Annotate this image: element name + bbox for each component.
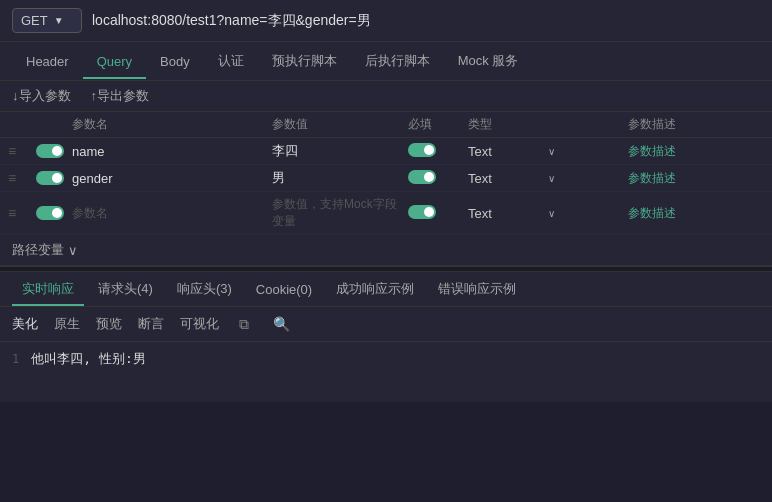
sub-tab-beautify[interactable]: 美化 [12,311,38,337]
resp-tab-cookie-badge: (0) [296,282,312,297]
resp-tab-cookie-label: Cookie [256,282,296,297]
col-drag [8,116,36,133]
col-toggle [36,116,72,133]
param-value-1[interactable]: 李四 [272,142,408,160]
tab-header[interactable]: Header [12,44,83,79]
path-vars-section[interactable]: 路径变量 ∨ [0,235,772,266]
resp-tab-resp-label: 响应头 [177,281,216,296]
params-table-header: 参数名 参数值 必填 类型 参数描述 [0,112,772,138]
response-section: 实时响应 请求头(4) 响应头(3) Cookie(0) 成功响应示例 错误响应… [0,272,772,402]
drag-handle-1[interactable]: ≡ [8,143,36,159]
col-name: 参数名 [72,116,272,133]
tab-pre-script[interactable]: 预执行脚本 [258,42,351,80]
line-number-1: 1 [12,352,19,366]
resp-tab-req-headers[interactable]: 请求头(4) [88,272,163,306]
param-desc-3[interactable]: 参数描述 [628,205,764,222]
col-required: 必填 [408,116,468,133]
response-line-1: 1 他叫李四, 性别:男 [12,350,760,368]
drag-handle-3[interactable]: ≡ [8,205,36,221]
table-row: ≡ name 李四 Text ∨ 参数描述 [0,138,772,165]
resp-tab-success[interactable]: 成功响应示例 [326,272,424,306]
param-value-2[interactable]: 男 [272,169,408,187]
col-value: 参数值 [272,116,408,133]
col-type: 类型 [468,116,548,133]
type-chevron-3[interactable]: ∨ [548,208,628,219]
request-tabs: Header Query Body 认证 预执行脚本 后执行脚本 Mock 服务 [0,42,772,81]
required-toggle-3[interactable] [408,205,468,222]
import-params-button[interactable]: ↓导入参数 [12,87,71,105]
sub-tab-visualize[interactable]: 可视化 [180,311,219,337]
param-name-2[interactable]: gender [72,171,272,186]
required-toggle-2[interactable] [408,170,468,187]
table-row: ≡ gender 男 Text ∨ 参数描述 [0,165,772,192]
param-type-label-3: Text [468,206,492,221]
tab-mock[interactable]: Mock 服务 [444,42,533,80]
response-body: 1 他叫李四, 性别:男 [0,342,772,402]
toggle-name[interactable] [36,144,64,158]
col-desc: 参数描述 [628,116,764,133]
method-chevron: ▼ [54,15,64,26]
export-params-button[interactable]: ↑导出参数 [91,87,150,105]
resp-tab-realtime-label: 实时响应 [22,281,74,296]
copy-icon[interactable]: ⧉ [235,316,253,333]
param-name-3[interactable]: 参数名 [72,205,272,222]
param-value-3[interactable]: 参数值，支持Mock字段变量 [272,196,408,230]
sub-tab-preview[interactable]: 预览 [96,311,122,337]
resp-tab-req-label: 请求头 [98,281,137,296]
drag-handle-2[interactable]: ≡ [8,170,36,186]
param-type-label-2: Text [468,171,492,186]
resp-tab-resp-badge: (3) [216,281,232,296]
resp-tab-success-label: 成功响应示例 [336,281,414,296]
type-cell-3: Text [468,206,548,221]
response-content-1: 他叫李四, 性别:男 [31,350,145,368]
method-select[interactable]: GET ▼ [12,8,82,33]
resp-tab-realtime[interactable]: 实时响应 [12,272,84,306]
search-icon[interactable]: 🔍 [269,316,294,332]
resp-tab-req-badge: (4) [137,281,153,296]
tab-body[interactable]: Body [146,44,204,79]
resp-tab-error-label: 错误响应示例 [438,281,516,296]
type-cell-1: Text [468,144,548,159]
toggle-gender[interactable] [36,171,64,185]
tab-post-script[interactable]: 后执行脚本 [351,42,444,80]
param-desc-1[interactable]: 参数描述 [628,143,764,160]
url-bar: GET ▼ [0,0,772,42]
tab-query[interactable]: Query [83,44,146,79]
type-chevron-1[interactable]: ∨ [548,146,628,157]
path-vars-chevron: ∨ [68,243,78,258]
toggle-new[interactable] [36,206,64,220]
method-label: GET [21,13,48,28]
param-name-1[interactable]: name [72,144,272,159]
type-chevron-2[interactable]: ∨ [548,173,628,184]
sub-tab-assert[interactable]: 断言 [138,311,164,337]
param-desc-2[interactable]: 参数描述 [628,170,764,187]
params-table: 参数名 参数值 必填 类型 参数描述 ≡ name 李四 Text ∨ 参数描述… [0,112,772,235]
response-tabs: 实时响应 请求头(4) 响应头(3) Cookie(0) 成功响应示例 错误响应… [0,272,772,307]
sub-tab-raw[interactable]: 原生 [54,311,80,337]
param-type-label-1: Text [468,144,492,159]
col-type-chevron [548,116,628,133]
action-bar: ↓导入参数 ↑导出参数 [0,81,772,112]
tab-auth[interactable]: 认证 [204,42,258,80]
required-toggle-1[interactable] [408,143,468,160]
url-input[interactable] [92,13,760,29]
response-sub-tabs: 美化 原生 预览 断言 可视化 ⧉ 🔍 [0,307,772,342]
path-vars-label: 路径变量 [12,241,64,259]
table-row: ≡ 参数名 参数值，支持Mock字段变量 Text ∨ 参数描述 [0,192,772,235]
resp-tab-error[interactable]: 错误响应示例 [428,272,526,306]
type-cell-2: Text [468,171,548,186]
resp-tab-cookie[interactable]: Cookie(0) [246,274,322,305]
resp-tab-resp-headers[interactable]: 响应头(3) [167,272,242,306]
